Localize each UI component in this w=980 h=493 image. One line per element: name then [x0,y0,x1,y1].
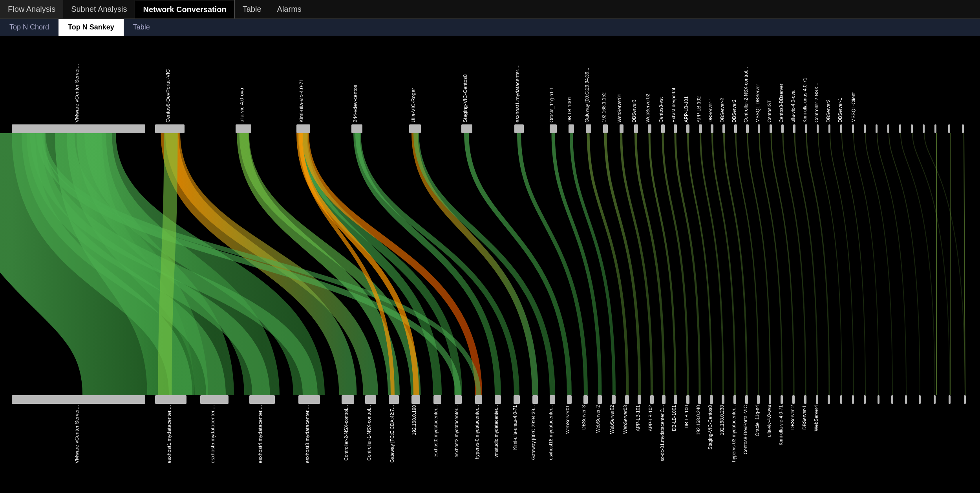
svg-text:Kimi-ulla-vic-4.0-71: Kimi-ulla-vic-4.0-71 [298,79,304,122]
svg-rect-41 [12,395,145,404]
svg-text:DBServer3: DBServer3 [631,99,637,122]
svg-rect-38 [934,124,936,133]
svg-text:DBServer-1: DBServer-1 [802,405,807,430]
svg-text:DB-LB-1001: DB-LB-1001 [671,405,677,431]
svg-text:DBServer-1: DBServer-1 [708,98,713,122]
tab-table-sub[interactable]: Table [124,19,159,36]
svg-text:DBServer2: DBServer2 [826,99,831,122]
svg-rect-36 [911,124,913,133]
svg-rect-53 [495,395,501,404]
svg-rect-57 [567,395,572,404]
svg-rect-40 [962,124,964,133]
svg-rect-6 [461,124,472,133]
svg-rect-79 [840,395,842,404]
svg-text:192.168.0.240: 192.168.0.240 [696,405,701,435]
tab-subnet-analysis[interactable]: Subnet Analysis [63,0,135,18]
svg-text:ulla-vic-4.0-ova: ulla-vic-4.0-ova [790,90,796,122]
svg-rect-81 [864,395,866,404]
svg-text:Controller-2-NSX...: Controller-2-NSX... [814,83,819,122]
svg-text:esxhost18.mydatacenter...: esxhost18.mydatacenter... [548,405,554,460]
svg-text:DBServer-2: DBServer-2 [790,405,795,430]
svg-text:DBServer-2: DBServer-2 [720,98,725,122]
svg-text:DBServer2: DBServer2 [731,99,737,122]
svg-text:192.168.0.238: 192.168.0.238 [719,405,725,435]
svg-rect-15 [661,124,665,133]
svg-text:WebServer02: WebServer02 [609,405,615,434]
svg-rect-22 [746,124,749,133]
svg-rect-69 [722,395,724,404]
svg-text:ulla-vic-4.0-ova: ulla-vic-4.0-ova [239,88,245,122]
svg-rect-1 [155,124,185,133]
svg-rect-66 [686,395,689,404]
svg-rect-48 [389,395,399,404]
svg-text:esxhost1.mydatacenter....: esxhost1.mydatacenter.... [514,64,520,122]
svg-rect-28 [817,124,819,133]
svg-rect-82 [878,395,879,404]
svg-rect-84 [905,395,907,404]
svg-text:Centos8-DevPortal-VIC: Centos8-DevPortal-VIC [743,405,748,455]
svg-rect-68 [710,395,713,404]
svg-rect-43 [200,395,229,404]
svg-text:Controller-2-NSX-control...: Controller-2-NSX-control... [344,405,349,460]
svg-text:WebServer02: WebServer02 [645,94,651,122]
svg-text:WebServer-2: WebServer-2 [595,405,601,433]
svg-rect-87 [949,395,951,404]
svg-rect-42 [155,395,186,404]
svg-text:192.168.1.152: 192.168.1.152 [601,92,607,122]
tab-alarms[interactable]: Alarms [269,0,309,18]
svg-text:Centos8-DevPortal-VIC: Centos8-DevPortal-VIC [165,69,171,122]
svg-rect-52 [475,395,482,404]
svg-text:sc-dc-01.mydatacenter.C...: sc-dc-01.mydatacenter.C... [660,405,665,461]
svg-rect-58 [583,395,588,404]
svg-text:VMware vCenter Server...: VMware vCenter Server... [74,64,80,122]
svg-rect-3 [296,124,310,133]
svg-rect-71 [745,395,748,404]
svg-text:Staging-VIC-Centos8: Staging-VIC-Centos8 [462,74,468,122]
svg-rect-63 [650,395,654,404]
svg-text:WebServer01: WebServer01 [565,405,570,434]
svg-text:244-vdev-centos: 244-vdev-centos [352,84,358,122]
svg-rect-77 [816,395,818,404]
svg-rect-26 [793,124,795,133]
svg-rect-39 [948,124,950,133]
svg-text:Controller-2-NSX-control...: Controller-2-NSX-control... [743,67,749,122]
svg-rect-11 [603,124,608,133]
svg-rect-20 [722,124,725,133]
svg-text:DB-LB-1001: DB-LB-1001 [567,97,572,122]
svg-text:Gateway [FC:E:CDA:42:7...: Gateway [FC:E:CDA:42:7... [389,405,395,463]
svg-rect-21 [734,124,737,133]
svg-text:WebServer03: WebServer03 [623,405,628,434]
svg-text:CentosIST: CentosIST [767,100,772,122]
svg-rect-72 [757,395,760,404]
svg-text:APP-LB-101: APP-LB-101 [635,405,641,431]
svg-rect-88 [964,395,966,404]
svg-rect-2 [236,124,251,133]
svg-text:esxhost4.mydatacenter....: esxhost4.mydatacenter.... [257,405,263,463]
svg-text:WebServer01: WebServer01 [617,94,622,122]
svg-text:esxhost5.mydatacenter....: esxhost5.mydatacenter.... [210,405,216,463]
tab-top-n-sankey[interactable]: Top N Sankey [59,19,124,36]
svg-rect-67 [698,395,701,404]
svg-rect-50 [433,395,441,404]
svg-rect-30 [840,124,842,133]
sub-navigation: Top N Chord Top N Sankey Table [0,19,980,36]
tab-network-conversation[interactable]: Network Conversation [135,0,234,18]
tab-flow-analysis[interactable]: Flow Analysis [0,0,63,18]
svg-text:esxhost3.mydatacenter....: esxhost3.mydatacenter.... [304,405,310,463]
svg-text:ExtVst-devportal: ExtVst-devportal [671,88,676,122]
svg-text:esxhost0.mydatacenter...: esxhost0.mydatacenter... [433,405,439,457]
svg-rect-18 [699,124,702,133]
svg-text:DBServer-1: DBServer-1 [837,98,843,122]
tab-table[interactable]: Table [235,0,269,18]
svg-rect-51 [455,395,462,404]
svg-text:Kimi-ulla-vic-4.0-71: Kimi-ulla-vic-4.0-71 [778,405,784,446]
svg-rect-31 [852,124,854,133]
top-navigation: Flow Analysis Subnet Analysis Network Co… [0,0,980,19]
svg-rect-9 [569,124,574,133]
svg-rect-74 [781,395,783,404]
svg-rect-5 [409,124,421,133]
svg-text:Centos8-vst: Centos8-vst [658,97,664,122]
tab-top-n-chord[interactable]: Top N Chord [0,19,59,36]
svg-rect-33 [876,124,878,133]
svg-text:Gateway [00:C:29:94:39...: Gateway [00:C:29:94:39... [531,405,536,460]
